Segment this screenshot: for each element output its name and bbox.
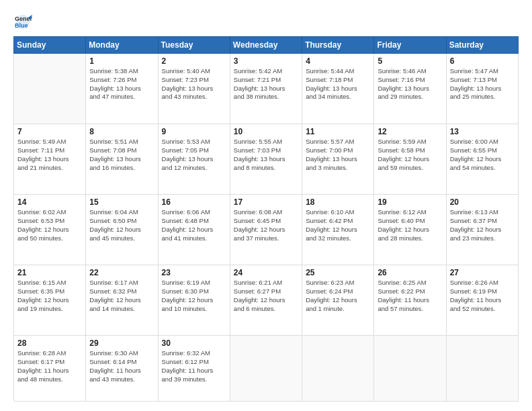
calendar-cell: 26Sunrise: 6:25 AM Sunset: 6:22 PM Dayli… — [374, 265, 446, 336]
day-number: 16 — [162, 197, 226, 207]
day-number: 1 — [89, 56, 154, 66]
calendar-cell: 13Sunrise: 6:00 AM Sunset: 6:55 PM Dayli… — [446, 124, 518, 195]
day-number: 21 — [17, 268, 82, 277]
calendar-cell: 23Sunrise: 6:19 AM Sunset: 6:30 PM Dayli… — [158, 265, 230, 336]
day-number: 24 — [234, 268, 298, 277]
day-number: 27 — [450, 268, 515, 277]
day-number: 15 — [89, 197, 154, 207]
calendar-cell: 24Sunrise: 6:21 AM Sunset: 6:27 PM Dayli… — [230, 265, 302, 336]
day-info: Sunrise: 6:21 AM Sunset: 6:27 PM Dayligh… — [234, 279, 298, 313]
day-number: 11 — [306, 127, 370, 136]
day-number: 18 — [306, 197, 370, 207]
day-info: Sunrise: 6:30 AM Sunset: 6:14 PM Dayligh… — [89, 349, 154, 383]
calendar-cell: 11Sunrise: 5:57 AM Sunset: 7:00 PM Dayli… — [302, 124, 374, 195]
day-number: 12 — [378, 127, 442, 136]
calendar-cell: 25Sunrise: 6:23 AM Sunset: 6:24 PM Dayli… — [302, 265, 374, 336]
calendar-cell: 8Sunrise: 5:51 AM Sunset: 7:08 PM Daylig… — [86, 124, 158, 195]
day-info: Sunrise: 5:40 AM Sunset: 7:23 PM Dayligh… — [162, 67, 226, 101]
header: General Blue — [13, 12, 519, 31]
day-info: Sunrise: 6:04 AM Sunset: 6:50 PM Dayligh… — [89, 208, 154, 242]
weekday-header-wednesday: Wednesday — [230, 37, 302, 54]
calendar-cell: 19Sunrise: 6:12 AM Sunset: 6:40 PM Dayli… — [374, 195, 446, 265]
calendar-cell: 1Sunrise: 5:38 AM Sunset: 7:26 PM Daylig… — [86, 54, 158, 124]
day-info: Sunrise: 6:02 AM Sunset: 6:53 PM Dayligh… — [17, 208, 82, 242]
day-info: Sunrise: 6:00 AM Sunset: 6:55 PM Dayligh… — [450, 138, 515, 172]
day-info: Sunrise: 5:49 AM Sunset: 7:11 PM Dayligh… — [17, 138, 82, 172]
calendar-cell: 3Sunrise: 5:42 AM Sunset: 7:21 PM Daylig… — [230, 54, 302, 124]
day-info: Sunrise: 5:53 AM Sunset: 7:05 PM Dayligh… — [162, 138, 226, 172]
calendar-cell: 27Sunrise: 6:26 AM Sunset: 6:19 PM Dayli… — [446, 265, 518, 336]
day-number: 29 — [89, 338, 154, 348]
day-number: 6 — [450, 56, 515, 66]
calendar-cell: 9Sunrise: 5:53 AM Sunset: 7:05 PM Daylig… — [158, 124, 230, 195]
weekday-header-sunday: Sunday — [14, 37, 86, 54]
calendar-cell: 4Sunrise: 5:44 AM Sunset: 7:18 PM Daylig… — [302, 54, 374, 124]
day-info: Sunrise: 6:10 AM Sunset: 6:42 PM Dayligh… — [306, 208, 370, 242]
week-row-5: 28Sunrise: 6:28 AM Sunset: 6:17 PM Dayli… — [14, 336, 519, 402]
week-row-4: 21Sunrise: 6:15 AM Sunset: 6:35 PM Dayli… — [14, 265, 519, 336]
day-info: Sunrise: 6:06 AM Sunset: 6:48 PM Dayligh… — [162, 208, 226, 242]
week-row-3: 14Sunrise: 6:02 AM Sunset: 6:53 PM Dayli… — [14, 195, 519, 265]
day-number: 13 — [450, 127, 515, 136]
day-info: Sunrise: 6:12 AM Sunset: 6:40 PM Dayligh… — [378, 208, 442, 242]
calendar-cell: 17Sunrise: 6:08 AM Sunset: 6:45 PM Dayli… — [230, 195, 302, 265]
day-number: 10 — [234, 127, 298, 136]
calendar-cell: 22Sunrise: 6:17 AM Sunset: 6:32 PM Dayli… — [86, 265, 158, 336]
day-info: Sunrise: 5:42 AM Sunset: 7:21 PM Dayligh… — [234, 67, 298, 101]
calendar-cell: 12Sunrise: 5:59 AM Sunset: 6:58 PM Dayli… — [374, 124, 446, 195]
day-info: Sunrise: 5:57 AM Sunset: 7:00 PM Dayligh… — [306, 138, 370, 172]
day-number: 2 — [162, 56, 226, 66]
logo: General Blue — [13, 12, 35, 31]
weekday-header-saturday: Saturday — [446, 37, 518, 54]
weekday-header-row: SundayMondayTuesdayWednesdayThursdayFrid… — [14, 37, 519, 54]
day-number: 26 — [378, 268, 442, 277]
calendar-cell: 5Sunrise: 5:46 AM Sunset: 7:16 PM Daylig… — [374, 54, 446, 124]
week-row-1: 1Sunrise: 5:38 AM Sunset: 7:26 PM Daylig… — [14, 54, 519, 124]
day-info: Sunrise: 6:25 AM Sunset: 6:22 PM Dayligh… — [378, 279, 442, 313]
day-info: Sunrise: 5:55 AM Sunset: 7:03 PM Dayligh… — [234, 138, 298, 172]
day-info: Sunrise: 6:19 AM Sunset: 6:30 PM Dayligh… — [162, 279, 226, 313]
calendar-cell — [302, 336, 374, 402]
day-number: 9 — [162, 127, 226, 136]
day-info: Sunrise: 5:47 AM Sunset: 7:13 PM Dayligh… — [450, 67, 515, 101]
calendar-cell — [230, 336, 302, 402]
calendar-cell: 2Sunrise: 5:40 AM Sunset: 7:23 PM Daylig… — [158, 54, 230, 124]
day-info: Sunrise: 6:26 AM Sunset: 6:19 PM Dayligh… — [450, 279, 515, 313]
calendar-cell: 21Sunrise: 6:15 AM Sunset: 6:35 PM Dayli… — [14, 265, 86, 336]
day-info: Sunrise: 5:46 AM Sunset: 7:16 PM Dayligh… — [378, 67, 442, 101]
calendar-cell: 20Sunrise: 6:13 AM Sunset: 6:37 PM Dayli… — [446, 195, 518, 265]
day-number: 25 — [306, 268, 370, 277]
calendar-cell: 16Sunrise: 6:06 AM Sunset: 6:48 PM Dayli… — [158, 195, 230, 265]
calendar-cell: 7Sunrise: 5:49 AM Sunset: 7:11 PM Daylig… — [14, 124, 86, 195]
calendar-cell: 30Sunrise: 6:32 AM Sunset: 6:12 PM Dayli… — [158, 336, 230, 402]
day-number: 17 — [234, 197, 298, 207]
logo-icon: General Blue — [13, 12, 32, 31]
weekday-header-friday: Friday — [374, 37, 446, 54]
day-info: Sunrise: 6:23 AM Sunset: 6:24 PM Dayligh… — [306, 279, 370, 313]
day-info: Sunrise: 5:59 AM Sunset: 6:58 PM Dayligh… — [378, 138, 442, 172]
day-number: 23 — [162, 268, 226, 277]
calendar-cell — [374, 336, 446, 402]
calendar-cell: 28Sunrise: 6:28 AM Sunset: 6:17 PM Dayli… — [14, 336, 86, 402]
day-number: 20 — [450, 197, 515, 207]
calendar-cell — [14, 54, 86, 124]
day-number: 8 — [89, 127, 154, 136]
day-info: Sunrise: 5:44 AM Sunset: 7:18 PM Dayligh… — [306, 67, 370, 101]
day-number: 14 — [17, 197, 82, 207]
day-number: 30 — [162, 338, 226, 348]
day-info: Sunrise: 5:51 AM Sunset: 7:08 PM Dayligh… — [89, 138, 154, 172]
day-number: 4 — [306, 56, 370, 66]
day-number: 3 — [234, 56, 298, 66]
weekday-header-tuesday: Tuesday — [158, 37, 230, 54]
day-info: Sunrise: 6:17 AM Sunset: 6:32 PM Dayligh… — [89, 279, 154, 313]
day-info: Sunrise: 6:08 AM Sunset: 6:45 PM Dayligh… — [234, 208, 298, 242]
day-info: Sunrise: 6:28 AM Sunset: 6:17 PM Dayligh… — [17, 349, 82, 383]
weekday-header-thursday: Thursday — [302, 37, 374, 54]
calendar-cell: 10Sunrise: 5:55 AM Sunset: 7:03 PM Dayli… — [230, 124, 302, 195]
calendar-cell: 18Sunrise: 6:10 AM Sunset: 6:42 PM Dayli… — [302, 195, 374, 265]
calendar-cell: 15Sunrise: 6:04 AM Sunset: 6:50 PM Dayli… — [86, 195, 158, 265]
day-info: Sunrise: 6:32 AM Sunset: 6:12 PM Dayligh… — [162, 349, 226, 383]
calendar-cell: 29Sunrise: 6:30 AM Sunset: 6:14 PM Dayli… — [86, 336, 158, 402]
day-number: 5 — [378, 56, 442, 66]
day-number: 28 — [17, 338, 82, 348]
